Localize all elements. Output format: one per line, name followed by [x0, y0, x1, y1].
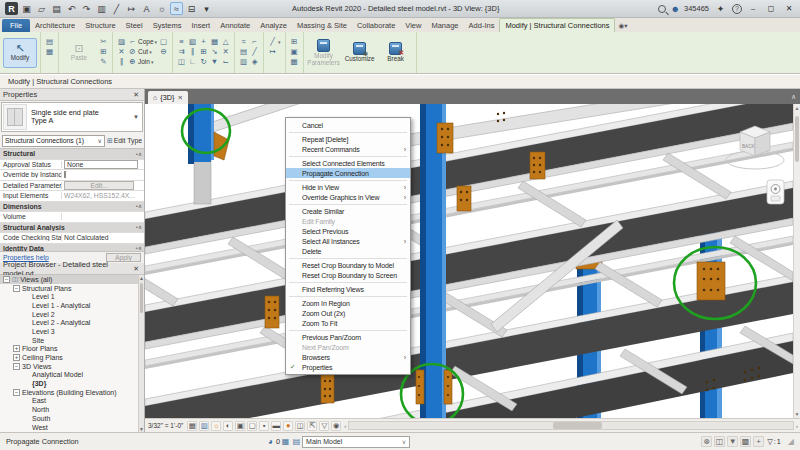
- dimension-aligned-button[interactable]: ↦: [267, 47, 282, 57]
- show-hidden-lines-button[interactable]: ▤: [238, 47, 249, 57]
- scroll-down-icon[interactable]: ▼: [794, 411, 800, 417]
- category-combo[interactable]: Structural Connections (1) ∨: [2, 135, 105, 147]
- create-assembly-button[interactable]: ▦: [289, 57, 300, 67]
- measure-icon[interactable]: ╱: [110, 2, 123, 15]
- thin-lines-toggle-button[interactable]: ≈: [238, 37, 249, 47]
- ribbon-tab-manage[interactable]: Manage: [426, 19, 463, 32]
- property-row-input-elements[interactable]: Input ElementsW24X62, HSS152.4X...: [0, 191, 144, 202]
- scroll-up-icon[interactable]: ▲: [139, 275, 144, 281]
- close-button[interactable]: ✕: [782, 3, 796, 15]
- workspace-icon[interactable]: ▣: [20, 2, 33, 15]
- reveal-constraints-icon[interactable]: ▽: [319, 421, 329, 431]
- demolish-button[interactable]: ✕: [116, 47, 127, 57]
- app-store-cart-icon[interactable]: ✦: [714, 2, 727, 15]
- project-browser-close-icon[interactable]: ✕: [131, 265, 141, 273]
- mirror-pick-axis-button[interactable]: ◫: [176, 57, 187, 67]
- tree-item-level-1[interactable]: Level 1: [0, 292, 144, 301]
- tree-item-elevations-building-elevation-[interactable]: −Elevations (Building Elevation): [0, 388, 144, 397]
- modify-tool-button[interactable]: ↖Modify: [3, 38, 37, 68]
- temporary-view-properties-icon[interactable]: ◫: [295, 421, 305, 431]
- offset-button[interactable]: ⇉: [176, 47, 187, 57]
- copy-button[interactable]: ⊞: [198, 47, 209, 57]
- tree-item-ceiling-plans[interactable]: +Ceiling Plans: [0, 353, 144, 362]
- collapse-icon[interactable]: −: [13, 389, 20, 396]
- help-icon[interactable]: ?: [732, 4, 742, 14]
- properties-palette-button[interactable]: ▤: [44, 37, 55, 47]
- collapse-icon[interactable]: −: [3, 276, 10, 283]
- user-account-icon[interactable]: ☻: [670, 4, 679, 14]
- sun-path-icon[interactable]: ☼: [211, 421, 221, 431]
- break-connection-button[interactable]: ✕Break: [379, 38, 413, 68]
- user-id[interactable]: 345465: [684, 4, 709, 13]
- redo-icon[interactable]: ↷: [80, 2, 93, 15]
- ribbon-tab-collaborate[interactable]: Collaborate: [352, 19, 400, 32]
- collapse-tabs-icon[interactable]: ∧: [787, 93, 800, 101]
- menu-item-repeat-delete-[interactable]: Repeat [Delete]: [286, 134, 410, 144]
- properties-header[interactable]: Properties ✕: [0, 89, 144, 101]
- restore-button[interactable]: ◻: [764, 3, 778, 15]
- ribbon-tab-annotate[interactable]: Annotate: [215, 19, 255, 32]
- linework-button[interactable]: ╱: [249, 47, 260, 57]
- temporary-hide-isolate-icon[interactable]: ▬: [271, 421, 281, 431]
- canvas-vertical-scrollbar[interactable]: ▲ ▼: [793, 104, 800, 418]
- trim-extend-button[interactable]: ∟: [187, 57, 198, 67]
- editable-elements-icon[interactable]: ▦: [280, 436, 291, 447]
- measure-between-references-button[interactable]: ╱▾: [267, 37, 282, 47]
- pin-button[interactable]: ▼: [209, 57, 220, 67]
- tree-item-structural-plans[interactable]: −Structural Plans: [0, 284, 144, 293]
- property-row-approval-status[interactable]: Approval StatusNone: [0, 160, 144, 171]
- worksharing-display-icon[interactable]: ◉: [331, 421, 341, 431]
- match-type-button[interactable]: ✎: [98, 57, 109, 67]
- qat-dropdown-icon[interactable]: ▾: [200, 2, 213, 15]
- undo-icon[interactable]: ↶: [65, 2, 78, 15]
- navigation-bar[interactable]: [767, 180, 784, 204]
- menu-item-reset-crop-boundary-to-model[interactable]: Reset Crop Boundary to Model: [286, 260, 410, 270]
- beam-wall-join-button[interactable]: ▢: [158, 37, 169, 47]
- mirror-draw-axis-button[interactable]: ▧: [187, 37, 198, 47]
- ribbon-tab-systems[interactable]: Systems: [148, 19, 187, 32]
- menu-item-browsers[interactable]: Browsers›: [286, 352, 410, 362]
- menu-item-properties[interactable]: ✓Properties: [286, 362, 410, 372]
- tree-item-west[interactable]: West: [0, 423, 144, 432]
- tree-item-floor-plans[interactable]: +Floor Plans: [0, 345, 144, 354]
- render-icon[interactable]: ☼: [155, 2, 168, 15]
- print-icon[interactable]: ▥: [95, 2, 108, 15]
- menu-item-zoom-to-fit[interactable]: Zoom To Fit: [286, 318, 410, 328]
- tree-item-3d-views[interactable]: −3D Views: [0, 362, 144, 371]
- drag-on-selection-toggle-icon[interactable]: +: [753, 436, 764, 447]
- open-icon[interactable]: ▱: [35, 2, 48, 15]
- menu-item-zoom-in-region[interactable]: Zoom In Region: [286, 298, 410, 308]
- modify-parameters-button[interactable]: Modify Parameters: [307, 38, 341, 68]
- property-checkbox[interactable]: [64, 171, 66, 178]
- tree-item-level-3[interactable]: Level 3: [0, 327, 144, 336]
- menu-item-propagate-connection[interactable]: Propagate Connection: [286, 168, 410, 178]
- menu-item-select-all-instances[interactable]: Select All Instances›: [286, 236, 410, 246]
- tree-item-site[interactable]: Site: [0, 336, 144, 345]
- aligned-dimension-icon[interactable]: ↦: [125, 2, 138, 15]
- cut-profile-button[interactable]: ⌐: [249, 37, 260, 47]
- scroll-left-icon[interactable]: ‹: [344, 423, 346, 429]
- move-button[interactable]: +: [198, 37, 209, 47]
- paint-button[interactable]: ▨: [116, 37, 127, 47]
- filter-button[interactable]: ▽:1: [767, 437, 781, 446]
- menu-item-select-connected-elements[interactable]: Select Connected Elements: [286, 158, 410, 168]
- property-row-detailed-parameters[interactable]: Detailed ParametersEdit...: [0, 181, 144, 192]
- ribbon-tab-architecture[interactable]: Architecture: [30, 19, 80, 32]
- view-reference-button[interactable]: ◈: [249, 57, 260, 67]
- model-3d-view[interactable]: BACK: [145, 104, 793, 418]
- select-pinned-toggle-icon[interactable]: ▼: [727, 436, 738, 447]
- thin-lines-icon[interactable]: ≈: [170, 2, 183, 15]
- menu-item-zoom-out-2x-[interactable]: Zoom Out (2x): [286, 308, 410, 318]
- split-face-button[interactable]: ∥: [116, 57, 127, 67]
- revit-logo-icon[interactable]: R: [5, 2, 18, 15]
- expand-icon[interactable]: +: [13, 345, 20, 352]
- menu-item-cancel[interactable]: Cancel: [286, 120, 410, 130]
- align-button[interactable]: ≡: [176, 37, 187, 47]
- scale-button[interactable]: ↘: [209, 47, 220, 57]
- property-row-volume[interactable]: Volume: [0, 212, 144, 223]
- ribbon-tab-modify-structural-connections[interactable]: Modify | Structural Connections: [499, 18, 615, 32]
- tree-item-analytical-model[interactable]: Analytical Model: [0, 371, 144, 380]
- ribbon-tab-insert[interactable]: Insert: [186, 19, 215, 32]
- view-scale-button[interactable]: 3/32" = 1'-0": [148, 422, 183, 429]
- view-tab-3d[interactable]: ⌂ {3D} ✕: [148, 91, 188, 104]
